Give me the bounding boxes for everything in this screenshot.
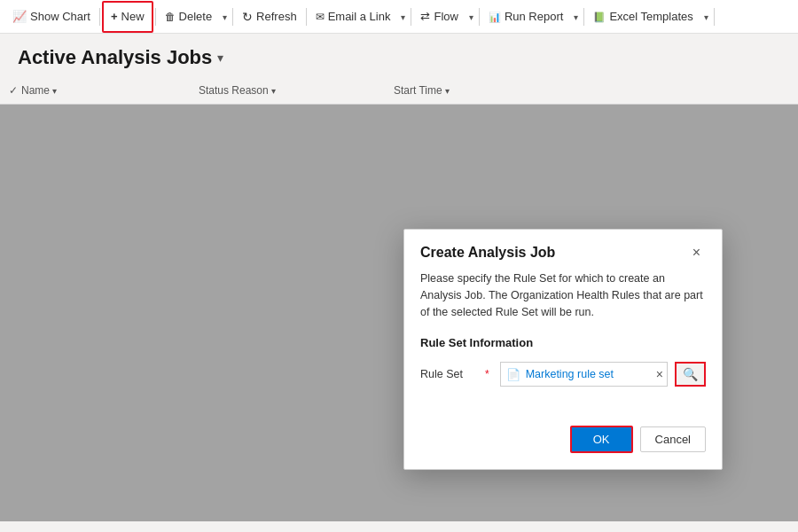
name-col-label: Name	[21, 84, 50, 97]
refresh-icon	[242, 10, 253, 24]
dialog-header: Create Analysis Job ×	[404, 230, 722, 270]
run-report-dropdown[interactable]	[570, 1, 582, 33]
email-link-button[interactable]: Email a Link	[309, 1, 398, 33]
show-chart-button[interactable]: 📈 Show Chart	[5, 1, 98, 33]
divider-5	[411, 8, 411, 26]
divider-8	[714, 8, 715, 26]
ok-button[interactable]: OK	[570, 426, 633, 453]
flow-dropdown[interactable]	[466, 1, 477, 33]
excel-chevron-icon	[704, 12, 708, 22]
dialog-section-title: Rule Set Information	[420, 336, 706, 349]
page-title: Active Analysis Jobs	[18, 46, 212, 69]
refresh-button[interactable]: Refresh	[235, 1, 304, 33]
flow-button[interactable]: Flow	[413, 1, 465, 33]
excel-templates-button[interactable]: Excel Templates	[586, 1, 700, 33]
start-time-col-label: Start Time	[394, 84, 442, 97]
column-headers: ✓ Name Status Reason Start Time	[0, 76, 798, 105]
doc-icon: 📄	[501, 368, 526, 381]
cancel-button[interactable]: Cancel	[640, 426, 706, 452]
dialog-title: Create Analysis Job	[420, 245, 555, 261]
flow-icon	[420, 10, 430, 23]
plus-icon	[111, 10, 118, 23]
create-analysis-job-dialog: Create Analysis Job × Please specify the…	[403, 229, 723, 470]
dialog-body: Please specify the Rule Set for which to…	[404, 270, 722, 411]
refresh-label: Refresh	[256, 10, 297, 23]
dialog-close-button[interactable]: ×	[687, 244, 706, 262]
rule-set-field: Rule Set * 📄 Marketing rule set × 🔍	[420, 362, 706, 387]
toolbar: 📈 Show Chart New Delete Refresh Email a …	[0, 0, 798, 34]
run-report-chevron-icon	[574, 12, 578, 22]
chart-icon: 📈	[12, 10, 27, 23]
rule-set-input-wrapper: 📄 Marketing rule set ×	[500, 362, 668, 387]
rule-set-clear-button[interactable]: ×	[653, 368, 667, 380]
main-content: Create Analysis Job × Please specify the…	[0, 105, 798, 521]
flow-label: Flow	[434, 10, 458, 23]
start-time-col-chevron	[445, 84, 450, 97]
divider-2	[155, 8, 156, 26]
status-reason-col-chevron	[271, 84, 276, 97]
email-dropdown[interactable]	[397, 1, 409, 33]
status-reason-col-label: Status Reason	[199, 84, 269, 97]
page-header: Active Analysis Jobs ▾	[0, 34, 798, 76]
run-report-label: Run Report	[505, 10, 563, 23]
email-link-label: Email a Link	[328, 10, 391, 23]
rule-set-search-button[interactable]: 🔍	[675, 362, 706, 387]
check-icon: ✓	[9, 84, 18, 97]
trash-icon	[165, 10, 176, 23]
name-col-header[interactable]: Name	[21, 84, 199, 97]
report-icon	[489, 10, 501, 23]
divider-7	[583, 8, 584, 26]
divider-4	[306, 8, 307, 26]
page-title-chevron[interactable]: ▾	[217, 51, 223, 65]
excel-templates-label: Excel Templates	[609, 10, 692, 23]
run-report-button[interactable]: Run Report	[481, 1, 570, 33]
dialog-description: Please specify the Rule Set for which to…	[420, 270, 706, 320]
show-chart-label: Show Chart	[30, 10, 90, 23]
dialog-footer: OK Cancel	[404, 411, 722, 469]
delete-dropdown[interactable]	[219, 1, 231, 33]
delete-label: Delete	[179, 10, 213, 23]
excel-dropdown[interactable]	[700, 1, 712, 33]
new-label: New	[121, 10, 145, 23]
search-icon: 🔍	[683, 367, 698, 381]
start-time-col-header[interactable]: Start Time	[394, 84, 553, 97]
rule-set-value: Marketing rule set	[526, 368, 653, 380]
excel-icon	[593, 10, 606, 23]
email-chevron-icon	[401, 12, 405, 22]
mail-icon	[316, 10, 325, 23]
select-all-header[interactable]: ✓ Name	[9, 84, 199, 97]
divider-1	[99, 8, 100, 26]
flow-chevron-icon	[469, 12, 473, 22]
new-button[interactable]: New	[102, 1, 153, 33]
divider-3	[232, 8, 233, 26]
delete-chevron-icon	[223, 12, 227, 22]
rule-set-label: Rule Set	[420, 368, 478, 380]
status-reason-col-header[interactable]: Status Reason	[199, 84, 394, 97]
divider-6	[479, 8, 480, 26]
delete-button[interactable]: Delete	[158, 1, 220, 33]
required-marker: *	[485, 368, 489, 380]
name-col-chevron	[52, 84, 57, 97]
